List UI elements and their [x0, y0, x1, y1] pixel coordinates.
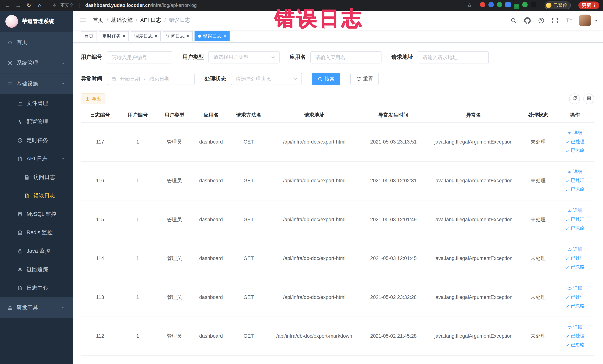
extension-icon-3[interactable] — [497, 2, 502, 7]
app-name-input[interactable] — [310, 51, 382, 63]
processed-link[interactable]: 已处理 — [565, 177, 585, 184]
close-icon[interactable]: × — [155, 34, 157, 39]
breadcrumb-item-infra[interactable]: 基础设施 — [111, 17, 133, 24]
sidebar-item-system[interactable]: 系统管理 — [0, 53, 73, 73]
processed-link[interactable]: 已处理 — [565, 216, 585, 223]
search-button[interactable]: 搜索 — [312, 73, 340, 85]
detail-link[interactable]: 详细 — [568, 285, 582, 292]
reset-button[interactable]: 重置 — [350, 73, 379, 85]
back-icon[interactable]: ← — [4, 2, 11, 8]
tab-error-log[interactable]: 错误日志× — [195, 31, 230, 41]
cell-app: dashboard — [193, 122, 230, 161]
tab-home[interactable]: 首页 — [81, 31, 97, 41]
sidebar-item-infra[interactable]: 基础设施 — [0, 73, 73, 94]
detail-link[interactable]: 详细 — [568, 324, 582, 330]
cell-time: 2021-05-03 12:01:49 — [360, 200, 426, 239]
url-bar[interactable]: dashboard.yudao.iocoder.cn/infra/log/api… — [85, 3, 197, 8]
sidebar-item-config[interactable]: 配置管理 — [0, 113, 73, 131]
cell-id: 116 — [81, 161, 119, 200]
breadcrumb-item-api-log[interactable]: API 日志 — [140, 17, 161, 24]
sidebar-item-home[interactable]: 首页 — [0, 32, 73, 53]
exception-time-range[interactable]: 开始日期 - 结束日期 — [107, 73, 195, 85]
tab-job-log[interactable]: 调度日志× — [131, 31, 161, 41]
column-header[interactable]: 异常名 — [426, 108, 521, 122]
extension-icon-5[interactable]: on — [514, 4, 519, 9]
column-header[interactable]: 请求方法名 — [229, 108, 268, 122]
process-status-select[interactable]: 请选择处理状态 — [231, 73, 302, 85]
end-date-placeholder: 结束日期 — [150, 75, 169, 82]
gear-icon — [7, 60, 13, 66]
tab-access-log[interactable]: 访问日志× — [163, 31, 193, 41]
help-icon[interactable] — [538, 17, 545, 24]
browser-home-icon[interactable]: ⌂ — [36, 2, 43, 8]
breadcrumb-item-home[interactable]: 首页 — [93, 17, 104, 24]
bookmark-star-icon[interactable]: ☆ — [466, 2, 473, 8]
extension-icon-4[interactable] — [505, 2, 511, 7]
github-icon[interactable] — [524, 17, 531, 24]
processed-link[interactable]: 已处理 — [565, 333, 585, 339]
sidebar-toggle-icon[interactable] — [79, 16, 87, 25]
forward-icon[interactable]: → — [15, 2, 22, 8]
detail-link[interactable]: 详细 — [568, 207, 582, 214]
sidebar-item-dev-tools[interactable]: 研发工具 — [0, 297, 73, 318]
cell-url: /api/infra/db-doc/export-html — [268, 239, 361, 278]
extension-icon-7[interactable] — [531, 2, 536, 7]
user-id-input[interactable] — [107, 51, 172, 63]
close-icon[interactable]: × — [123, 34, 126, 39]
sidebar-item-error-log[interactable]: 错误日志 — [0, 187, 73, 205]
column-header[interactable]: 日志编号 — [81, 108, 119, 122]
refresh-table-button[interactable] — [569, 94, 580, 104]
detail-link[interactable]: 详细 — [568, 130, 582, 136]
user-id-label: 用户编号 — [81, 54, 102, 61]
update-button[interactable]: 更新 ⋮ — [578, 1, 599, 9]
cell-actions: 详细已处理已忽略 — [556, 161, 594, 200]
close-icon[interactable]: × — [186, 34, 189, 39]
cell-exception: java.lang.IllegalArgumentException — [426, 317, 521, 355]
sidebar-item-java[interactable]: Java 监控 — [0, 242, 73, 260]
search-icon[interactable] — [510, 17, 517, 24]
sidebar-item-trace[interactable]: 链路追踪 — [0, 260, 73, 279]
sidebar-item-access-log[interactable]: 访问日志 — [0, 168, 73, 187]
cell-app: dashboard — [193, 200, 230, 239]
ignored-link[interactable]: 已忽略 — [565, 303, 585, 309]
sidebar-item-file[interactable]: 文件管理 — [0, 94, 73, 113]
detail-link[interactable]: 详细 — [568, 246, 582, 253]
reload-icon[interactable]: ↻ — [25, 2, 32, 8]
fullscreen-icon[interactable] — [552, 17, 559, 24]
sidebar-item-redis[interactable]: Redis 监控 — [0, 223, 73, 242]
sidebar-item-log-center[interactable]: 日志中心 — [0, 279, 73, 297]
ignored-link[interactable]: 已忽略 — [565, 264, 585, 270]
sidebar-item-api-log[interactable]: API 日志 — [0, 150, 73, 168]
profile-chip[interactable]: 已暂停 — [545, 1, 571, 9]
security-label[interactable]: 不安全 — [60, 2, 74, 9]
processed-link[interactable]: 已处理 — [565, 294, 585, 300]
extension-icon-2[interactable] — [488, 2, 494, 7]
detail-link[interactable]: 详细 — [568, 169, 582, 175]
user-type-select[interactable]: 请选择用户类型 — [208, 51, 279, 63]
column-header[interactable]: 用户类型 — [156, 108, 193, 122]
column-settings-button[interactable] — [583, 94, 594, 104]
sidebar-item-job[interactable]: 定时任务 — [0, 131, 73, 150]
export-button[interactable]: 导出 — [81, 94, 105, 104]
column-header[interactable]: 异常发生时间 — [360, 108, 426, 122]
column-header[interactable]: 操作 — [556, 108, 594, 122]
column-header[interactable]: 用户编号 — [119, 108, 156, 122]
user-avatar[interactable] — [579, 15, 591, 26]
processed-link[interactable]: 已处理 — [565, 139, 585, 145]
close-icon[interactable]: × — [223, 34, 226, 39]
column-header[interactable]: 请求地址 — [268, 108, 361, 122]
ignored-link[interactable]: 已忽略 — [565, 225, 585, 232]
column-header[interactable]: 处理状态 — [521, 108, 555, 122]
column-header[interactable]: 应用名 — [193, 108, 230, 122]
font-size-icon[interactable]: TT — [566, 17, 573, 24]
request-url-input[interactable] — [418, 51, 489, 63]
ignored-link[interactable]: 已忽略 — [565, 147, 585, 154]
caret-down-icon[interactable]: ▾ — [595, 18, 597, 23]
processed-link[interactable]: 已处理 — [565, 255, 585, 261]
tab-job[interactable]: 定时任务× — [99, 31, 129, 41]
extension-icon-1[interactable] — [480, 2, 485, 7]
extension-icon-6[interactable] — [522, 2, 528, 7]
sidebar-item-mysql[interactable]: MySQL 监控 — [0, 205, 73, 224]
ignored-link[interactable]: 已忽略 — [565, 186, 585, 193]
ignored-link[interactable]: 已忽略 — [565, 341, 585, 348]
